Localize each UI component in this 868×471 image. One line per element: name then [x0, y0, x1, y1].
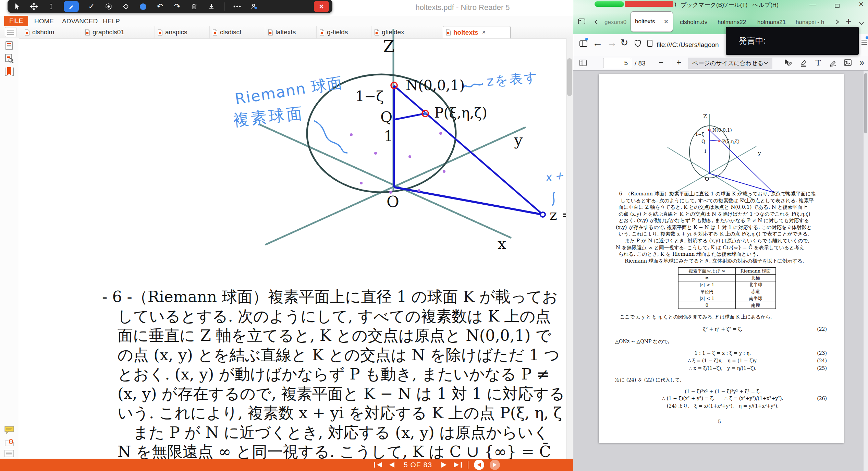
eq-similar: △ONz ∼ △QNP なので, — [615, 339, 830, 345]
nitro-scrollbar[interactable] — [566, 38, 573, 459]
label-z-axis: Z — [383, 37, 394, 56]
doc-tab-clsholm[interactable]: clsholm — [22, 26, 82, 38]
text-line: - 6 -（Riemann 球面）複素平面上に直径 1 の球面 K が載ってお — [102, 287, 573, 307]
tab-clsholm[interactable]: clsholm.dv — [680, 19, 707, 26]
first-page-button[interactable] — [374, 462, 382, 468]
text-line: (x, y) が存在するので, 複素平面と K − N は 1 対 1 に対応す… — [102, 384, 588, 404]
menu-help[interactable]: HELP — [103, 17, 120, 25]
para-line: N を無限遠点 ∞ と同一視する. こうして, K は C∪{∞} = C̄ を… — [616, 244, 832, 251]
scroll-tabs-left-icon[interactable] — [594, 19, 599, 26]
firefox-view-icon[interactable] — [578, 18, 586, 27]
menu-tools[interactable]: ツール(T) — [722, 1, 748, 9]
share-user-icon[interactable] — [250, 2, 259, 11]
text-tool-icon[interactable]: T — [816, 58, 821, 67]
menu-file[interactable]: FILE — [4, 16, 28, 26]
menu-bookmarks[interactable]: ブックマーク(B) — [681, 1, 724, 9]
redo-icon[interactable]: ↷ — [173, 2, 182, 11]
new-tab-button[interactable]: + — [846, 16, 851, 27]
color-swatch-icon[interactable] — [138, 2, 147, 11]
label-one-minus-zeta: 1−ζ — [695, 132, 704, 137]
search-document-icon[interactable] — [4, 53, 14, 64]
tab-gexans0[interactable]: gexans0 — [604, 19, 626, 26]
page-info-icon[interactable] — [647, 39, 653, 49]
more-tools-button[interactable]: » — [859, 58, 864, 68]
tab-list-icon[interactable] — [5, 27, 16, 37]
page-number-input[interactable]: 5 — [603, 58, 631, 68]
comments-icon[interactable] — [4, 424, 14, 435]
scroll-tabs-right-icon[interactable] — [835, 19, 840, 26]
zoom-out-button[interactable]: − — [659, 58, 663, 67]
hamburger-menu-icon[interactable] — [861, 39, 868, 47]
close-toolbar-button[interactable]: × — [314, 1, 329, 12]
stop-share-indicator-red[interactable] — [625, 1, 673, 7]
history-back-button[interactable] — [474, 460, 484, 470]
page-preview-icon[interactable] — [4, 40, 14, 51]
bookmarks-icon[interactable] — [4, 67, 14, 77]
doc-tab-graphcls01[interactable]: graphcls01 — [82, 26, 155, 38]
zoom-select[interactable]: ページのサイズに合わせる — [688, 58, 772, 69]
trash-icon[interactable] — [190, 2, 199, 11]
pdf-page-number: 5 — [718, 419, 721, 424]
edit-cursor-tool-icon[interactable] — [784, 59, 792, 69]
draw-tool-icon[interactable] — [829, 59, 838, 69]
menu-home[interactable]: HOME — [34, 17, 54, 25]
reload-icon[interactable]: ↻ — [620, 37, 628, 48]
move-tool-icon[interactable] — [29, 2, 38, 11]
pdf-file-icon — [25, 29, 30, 36]
doc-tab-anspics[interactable]: anspics — [155, 26, 210, 38]
shield-icon[interactable] — [634, 39, 641, 49]
highlighter-tool-icon[interactable] — [800, 59, 808, 69]
close-button[interactable]: × — [859, 0, 864, 9]
minimize-button[interactable]: — — [809, 1, 816, 9]
tab-holmans22[interactable]: holmans22 — [718, 19, 746, 26]
text-line: しているとする. 次のようにして, すべての複素数は K 上の点 — [102, 306, 588, 327]
url-text[interactable]: file:///C:/Users/lagoon — [657, 41, 725, 49]
page-total-label: / 83 — [635, 60, 646, 67]
more-options-icon[interactable] — [233, 2, 242, 11]
para-line: (x,y) が存在するので, 複素平面と K − N は 1 対 1 に対応する… — [616, 224, 832, 231]
para-line: とおく. (x,y) が動けばかならず P も動き, またいかなる P ≠ N … — [616, 217, 834, 224]
laser-target-icon[interactable] — [104, 2, 113, 11]
check-tool-icon[interactable]: ✓ — [87, 2, 96, 11]
toolbar-divider — [671, 59, 671, 67]
attachments-icon[interactable] — [4, 437, 14, 448]
page-navigation: 5 OF 83 — [374, 460, 500, 470]
equation-25: ∴ x = ξ/(1−ζ), y = η/(1−ζ).(25) — [615, 365, 830, 372]
last-page-button[interactable] — [453, 462, 462, 468]
menu-help[interactable]: ヘルプ(H) — [753, 1, 779, 9]
back-icon[interactable]: ← — [592, 37, 603, 49]
menu-advanced[interactable]: ADVANCED — [62, 17, 98, 25]
pen-tool-icon[interactable] — [64, 1, 79, 12]
text-cursor-icon[interactable] — [47, 2, 56, 11]
table-header: 複素平面および ∞ — [678, 267, 736, 275]
para-line: しているとする. 次のようにして, すべての複素数は K 上の点として表される.… — [616, 197, 836, 204]
select-cursor-icon[interactable] — [12, 2, 21, 11]
list-all-tabs-icon[interactable] — [859, 21, 864, 27]
text-line: また P が N に近づくとき, 対応する (x, y) は原点からいく — [102, 422, 604, 443]
label-p: P(ξ,η,ζ) — [434, 105, 487, 121]
next-page-button[interactable] — [441, 462, 448, 468]
previous-page-button[interactable] — [388, 462, 395, 468]
table-row: ∞北極 — [678, 275, 776, 281]
para-line: 面に垂直に Z 軸を立てると, K との交点は原点と N(0,0,1) である.… — [616, 204, 834, 210]
tab-holmans21[interactable]: holmans21 — [757, 19, 786, 26]
sidebar-toggle-icon[interactable] — [579, 40, 588, 49]
label-x-axis: x — [498, 234, 506, 253]
maximize-button[interactable] — [835, 2, 840, 10]
zoom-in-button[interactable]: + — [676, 58, 681, 67]
eq-number: (25) — [817, 365, 827, 371]
para-line: られる. このとき, K を Riemann 球面または複素球面という. — [616, 251, 834, 257]
viewer-scrollbar-thumb[interactable] — [864, 73, 867, 133]
para-line: いう. これにより, 複素数 x + yi を対応する K 上の点 P(ξ,η,… — [616, 231, 834, 237]
download-icon[interactable] — [207, 2, 216, 11]
eraser-icon[interactable] — [121, 2, 130, 11]
image-tool-icon[interactable] — [844, 59, 852, 68]
pdf-sidebar-toggle-icon[interactable] — [579, 59, 587, 69]
output-list-icon[interactable] — [4, 449, 14, 459]
tab-holtexts-active[interactable]: holtexts ✕ — [631, 11, 673, 32]
close-tab-icon[interactable]: ✕ — [664, 18, 669, 25]
undo-icon[interactable]: ↶ — [156, 2, 164, 11]
tab-hanspxi[interactable]: hanspxi - h — [796, 19, 824, 26]
history-forward-button[interactable] — [490, 460, 500, 470]
nitro-scrollbar-thumb[interactable] — [567, 58, 572, 96]
